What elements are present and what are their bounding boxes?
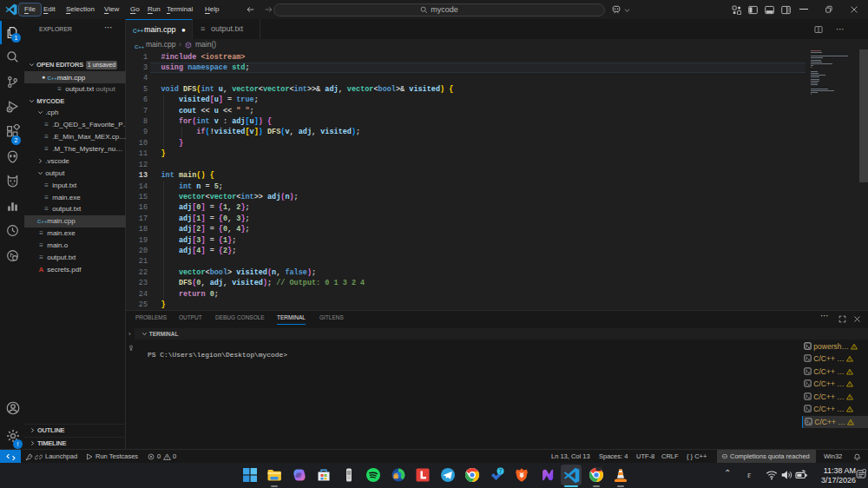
svg-text:7: 7	[498, 468, 502, 474]
